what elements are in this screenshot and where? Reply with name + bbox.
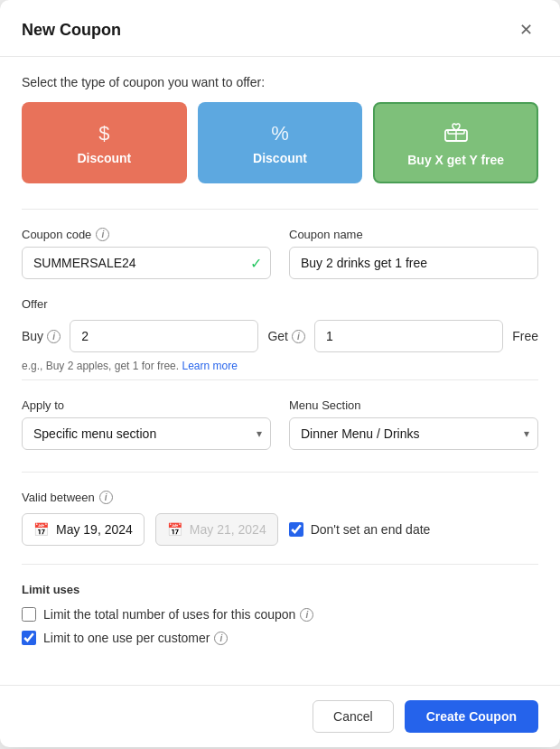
divider-2	[22, 379, 538, 380]
valid-between-section: Valid between i 📅 May 19, 2024 📅 May 21,…	[22, 491, 538, 546]
start-date-calendar-icon: 📅	[33, 522, 49, 537]
limit-total-row: Limit the total number of uses for this …	[22, 607, 538, 622]
date-row: 📅 May 19, 2024 📅 May 21, 2024 Don't set …	[22, 513, 538, 546]
limit-total-info-icon[interactable]: i	[300, 608, 313, 622]
limit-total-label: Limit the total number of uses for this …	[43, 607, 313, 622]
free-label: Free	[512, 329, 538, 343]
gift-icon	[444, 122, 468, 145]
coupon-code-label: Coupon code i	[22, 228, 271, 241]
apply-to-select-wrapper: Specific menu section ▾	[22, 417, 271, 450]
modal-footer: Cancel Create Coupon	[0, 685, 560, 747]
menu-section-select-wrapper: Dinner Menu / Drinks ▾	[289, 417, 538, 450]
limit-one-label: Limit to one use per customer i	[43, 631, 228, 645]
offer-row: Buy i Get i Free	[22, 320, 538, 352]
valid-between-info-icon[interactable]: i	[99, 491, 113, 504]
percent-icon: %	[271, 124, 289, 144]
modal-header: New Coupon ✕	[0, 0, 560, 57]
divider-1	[22, 209, 538, 210]
coupon-type-dollar-discount[interactable]: $ Discount	[22, 102, 187, 183]
type-select-label: Select the type of coupon you want to of…	[22, 75, 538, 89]
coupon-code-name-row: Coupon code i ✓ Coupon name	[22, 228, 538, 279]
limit-uses-title: Limit uses	[22, 583, 538, 596]
coupon-name-input[interactable]	[289, 247, 538, 279]
coupon-code-input[interactable]	[22, 247, 271, 279]
menu-section-label: Menu Section	[289, 398, 538, 412]
end-date-calendar-icon: 📅	[167, 522, 182, 537]
coupon-code-input-wrapper: ✓	[22, 247, 271, 279]
apply-to-group: Apply to Specific menu section ▾	[22, 398, 271, 450]
coupon-code-info-icon[interactable]: i	[96, 228, 109, 241]
get-info-icon[interactable]: i	[292, 330, 305, 343]
end-date-text: May 21, 2024	[190, 522, 266, 537]
apply-to-select[interactable]: Specific menu section	[22, 417, 271, 450]
start-date-text: May 19, 2024	[56, 522, 133, 537]
coupon-code-check-icon: ✓	[250, 255, 262, 272]
get-word: Get i	[267, 329, 305, 343]
divider-4	[22, 564, 538, 565]
coupon-name-label: Coupon name	[289, 228, 538, 241]
coupon-type-selector: $ Discount % Discount Buy X get Y free	[22, 102, 538, 183]
close-button[interactable]: ✕	[514, 18, 538, 42]
limit-one-checkbox[interactable]	[22, 631, 36, 645]
offer-section: Offer Buy i Get i Free e.g., Buy 2 apple…	[22, 297, 538, 372]
create-coupon-button[interactable]: Create Coupon	[405, 700, 538, 733]
start-date-input[interactable]: 📅 May 19, 2024	[22, 513, 145, 546]
modal-body: Select the type of coupon you want to of…	[0, 57, 560, 685]
modal-title: New Coupon	[22, 21, 121, 40]
buy-word: Buy i	[22, 329, 61, 343]
get-value-input[interactable]	[314, 320, 503, 352]
menu-section-select[interactable]: Dinner Menu / Drinks	[289, 417, 538, 450]
end-date-input[interactable]: 📅 May 21, 2024	[155, 513, 278, 546]
dont-set-end-label: Don't set an end date	[311, 522, 431, 537]
coupon-type-dollar-label: Discount	[77, 151, 131, 165]
coupon-code-group: Coupon code i ✓	[22, 228, 271, 279]
new-coupon-modal: New Coupon ✕ Select the type of coupon y…	[0, 0, 560, 747]
dollar-icon: $	[98, 124, 109, 144]
cancel-button[interactable]: Cancel	[313, 700, 394, 733]
coupon-type-percent-discount[interactable]: % Discount	[198, 102, 363, 183]
valid-between-label: Valid between i	[22, 491, 538, 504]
coupon-type-percent-label: Discount	[253, 151, 307, 165]
coupon-type-buy-x-get-y[interactable]: Buy X get Y free	[373, 102, 538, 183]
limit-total-checkbox[interactable]	[22, 607, 36, 622]
offer-label: Offer	[22, 297, 538, 311]
buy-info-icon[interactable]: i	[47, 330, 61, 343]
limit-one-row: Limit to one use per customer i	[22, 631, 538, 645]
apply-to-section: Apply to Specific menu section ▾ Menu Se…	[22, 398, 538, 450]
divider-3	[22, 472, 538, 473]
apply-to-label: Apply to	[22, 398, 271, 412]
limit-uses-section: Limit uses Limit the total number of use…	[22, 583, 538, 645]
menu-section-group: Menu Section Dinner Menu / Drinks ▾	[289, 398, 538, 450]
buy-value-input[interactable]	[70, 320, 258, 352]
coupon-name-group: Coupon name	[289, 228, 538, 279]
dont-set-end-checkbox[interactable]	[289, 522, 303, 537]
dont-set-end-row: Don't set an end date	[289, 522, 431, 537]
limit-one-info-icon[interactable]: i	[214, 632, 228, 645]
coupon-type-buy-label: Buy X get Y free	[407, 153, 504, 167]
learn-more-link[interactable]: Learn more	[182, 360, 237, 372]
offer-hint: e.g., Buy 2 apples, get 1 for free. Lear…	[22, 360, 538, 372]
